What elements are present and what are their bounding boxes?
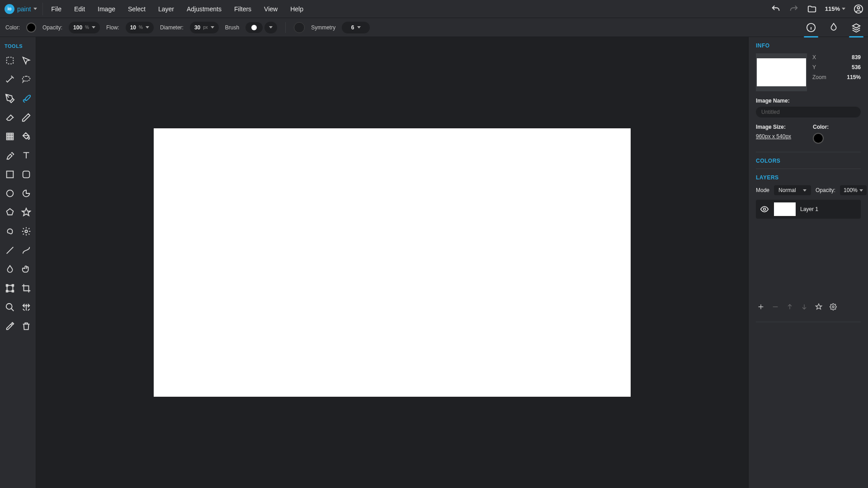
menu-adjustments[interactable]: Adjustments bbox=[187, 5, 222, 13]
layer-actions bbox=[756, 300, 861, 314]
tool-text[interactable] bbox=[18, 147, 34, 164]
symmetry-field[interactable]: 6 bbox=[342, 22, 370, 33]
tool-move[interactable] bbox=[18, 52, 34, 69]
menu-view[interactable]: View bbox=[264, 5, 278, 13]
tool-smudge[interactable] bbox=[18, 261, 34, 277]
tool-rounded-rectangle[interactable] bbox=[18, 166, 34, 183]
tool-brush[interactable] bbox=[18, 90, 34, 107]
layer-favorite-button[interactable] bbox=[815, 303, 823, 311]
tool-fill[interactable] bbox=[18, 128, 34, 145]
background-color-swatch[interactable] bbox=[813, 133, 824, 144]
zoom-indicator[interactable]: 115% bbox=[825, 5, 845, 12]
color-swatch[interactable] bbox=[26, 23, 36, 33]
layer-mode-label: Mode bbox=[756, 187, 769, 193]
canvas-area[interactable] bbox=[36, 37, 748, 488]
color-panel-tab[interactable] bbox=[827, 21, 840, 34]
tool-blur[interactable] bbox=[2, 261, 18, 277]
menu-edit[interactable]: Edit bbox=[74, 5, 85, 13]
tool-gradient[interactable] bbox=[2, 128, 18, 145]
tool-transform[interactable] bbox=[2, 280, 18, 296]
tool-curve[interactable] bbox=[18, 242, 34, 258]
opacity-field[interactable]: 100 % bbox=[69, 22, 100, 33]
flow-field[interactable]: 10 % bbox=[126, 22, 154, 33]
layer-move-down-button[interactable] bbox=[800, 303, 808, 311]
menu-layer[interactable]: Layer bbox=[158, 5, 174, 13]
image-size-link[interactable]: 960px x 540px bbox=[756, 133, 791, 140]
tool-delete[interactable] bbox=[18, 318, 34, 334]
flow-label: Flow: bbox=[106, 24, 119, 31]
svg-rect-6 bbox=[23, 171, 30, 178]
layer-opacity-field[interactable]: 100% bbox=[840, 185, 867, 195]
undo-button[interactable] bbox=[771, 4, 781, 14]
tool-gear[interactable] bbox=[18, 223, 34, 239]
layer-opacity-value: 100% bbox=[844, 187, 858, 193]
tool-pencil[interactable] bbox=[18, 109, 34, 126]
layer-add-button[interactable] bbox=[757, 303, 765, 311]
logo-icon: io bbox=[5, 4, 14, 14]
tool-clone[interactable] bbox=[2, 147, 18, 164]
layer-remove-button[interactable] bbox=[771, 303, 779, 311]
brush-preview[interactable] bbox=[245, 22, 263, 33]
diameter-value: 30 bbox=[194, 24, 200, 31]
tool-line[interactable] bbox=[2, 242, 18, 258]
canvas[interactable] bbox=[154, 128, 631, 397]
chevron-down-icon bbox=[92, 26, 95, 28]
layer-row[interactable]: Layer 1 bbox=[756, 200, 861, 219]
chevron-down-icon bbox=[842, 8, 845, 10]
app-name: paint bbox=[17, 5, 31, 13]
navigator-thumbnail[interactable] bbox=[756, 53, 807, 91]
tool-pen[interactable] bbox=[2, 90, 18, 107]
image-size-label: Image Size: bbox=[756, 124, 804, 130]
tool-crop[interactable] bbox=[18, 280, 34, 296]
account-button[interactable] bbox=[854, 4, 863, 14]
image-name-label: Image Name: bbox=[756, 98, 861, 104]
flow-value: 10 bbox=[130, 24, 136, 31]
chevron-down-icon bbox=[803, 189, 807, 192]
tool-blob[interactable] bbox=[2, 223, 18, 239]
tool-polygon[interactable] bbox=[2, 204, 18, 221]
option-bar: Color: Opacity: 100 % Flow: 10 % Diamete… bbox=[0, 18, 868, 37]
tool-pan[interactable] bbox=[18, 299, 34, 315]
menu-filters[interactable]: Filters bbox=[234, 5, 251, 13]
open-folder-button[interactable] bbox=[807, 4, 817, 14]
tool-zoom[interactable] bbox=[2, 299, 18, 315]
brush-picker[interactable] bbox=[264, 22, 277, 33]
app-switcher[interactable]: io paint bbox=[5, 3, 43, 15]
layer-mode-select[interactable]: Normal bbox=[774, 185, 811, 195]
tool-eraser[interactable] bbox=[2, 109, 18, 126]
chevron-down-icon bbox=[859, 189, 863, 192]
toolbox: TOOLS bbox=[0, 37, 36, 488]
info-zoom-value: 115% bbox=[847, 74, 861, 80]
menu-help[interactable]: Help bbox=[290, 5, 303, 13]
tool-star[interactable] bbox=[18, 204, 34, 221]
tool-marquee-select[interactable] bbox=[2, 52, 18, 69]
tool-lasso[interactable] bbox=[18, 71, 34, 88]
layer-move-up-button[interactable] bbox=[786, 303, 794, 311]
layer-settings-button[interactable] bbox=[829, 303, 837, 311]
menu-items: File Edit Image Select Layer Adjustments… bbox=[47, 5, 303, 13]
image-name-input[interactable] bbox=[756, 107, 861, 117]
layers-panel-tab[interactable] bbox=[850, 21, 863, 34]
brush-label: Brush bbox=[225, 24, 239, 31]
chevron-down-icon bbox=[269, 26, 273, 28]
separator bbox=[285, 22, 286, 33]
info-color-label: Color: bbox=[813, 124, 861, 130]
menu-select[interactable]: Select bbox=[128, 5, 146, 13]
tool-ellipse[interactable] bbox=[2, 185, 18, 202]
menu-image[interactable]: Image bbox=[98, 5, 115, 13]
svg-point-1 bbox=[857, 6, 860, 9]
tool-rectangle[interactable] bbox=[2, 166, 18, 183]
tool-eyedropper[interactable] bbox=[2, 318, 18, 334]
tool-pie[interactable] bbox=[18, 185, 34, 202]
layer-visibility-toggle[interactable] bbox=[760, 204, 769, 214]
symmetry-toggle[interactable] bbox=[294, 22, 305, 33]
info-panel-tab[interactable] bbox=[805, 21, 817, 34]
colors-title[interactable]: COLORS bbox=[756, 158, 861, 164]
redo-button[interactable] bbox=[789, 4, 799, 14]
menu-file[interactable]: File bbox=[51, 5, 61, 13]
side-panel: INFO X839 Y536 Zoom115% Image Name: Imag… bbox=[748, 37, 868, 488]
tool-magic-wand[interactable] bbox=[2, 71, 18, 88]
info-x-label: X bbox=[812, 54, 816, 61]
diameter-field[interactable]: 30 px bbox=[190, 22, 219, 33]
chevron-down-icon bbox=[146, 26, 149, 28]
